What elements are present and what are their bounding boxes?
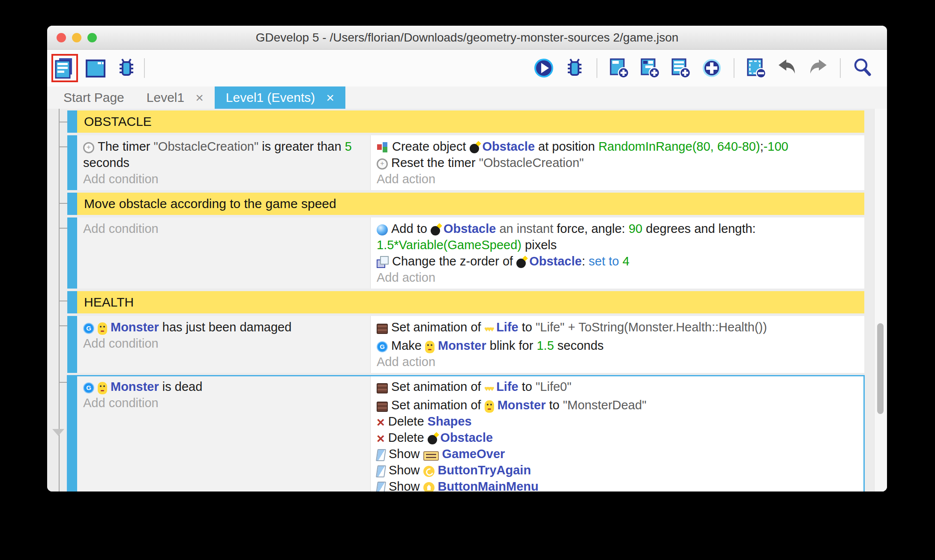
add-condition-button[interactable]: Add condition (83, 171, 364, 187)
add-action-button[interactable]: Add action (377, 354, 858, 370)
tab-close-icon[interactable]: × (326, 91, 334, 104)
text-segment: Life (496, 380, 518, 393)
debug-preview-icon[interactable] (561, 54, 588, 82)
action-line[interactable]: Show ButtonTryAgain (377, 462, 858, 478)
gdevelop-window: GDevelop 5 - /Users/florian/Downloads/ge… (47, 26, 887, 491)
tab-start-page[interactable]: Start Page (52, 86, 135, 109)
undo-icon[interactable] (774, 54, 800, 82)
text-segment: 1.5 (536, 339, 554, 352)
add-condition-button[interactable]: Add condition (83, 395, 364, 411)
action-line[interactable]: Set animation of Monster to "MonsterDead… (377, 397, 858, 413)
toolbar-separator (734, 58, 734, 78)
group-header[interactable]: OBSTACLE (77, 110, 864, 133)
zoom-window-button[interactable] (87, 33, 97, 42)
redo-icon[interactable] (805, 54, 831, 82)
tree-connector (59, 301, 68, 301)
search-icon[interactable] (849, 54, 876, 82)
event-drag-handle[interactable] (67, 193, 77, 215)
scrollbar-thumb[interactable] (877, 323, 884, 414)
title-bar: GDevelop 5 - /Users/florian/Downloads/ge… (47, 26, 887, 50)
action-line[interactable]: Set animation of Life to "Life" + ToStri… (377, 319, 858, 337)
condition-line[interactable]: Monster has just been damaged (83, 319, 364, 335)
conditions-cell[interactable]: The timer "ObstacleCreation" is greater … (77, 135, 371, 190)
group-header[interactable]: Move obstacle according to the game spee… (77, 193, 864, 215)
move-obstacle-event: Add conditionAdd to Obstacle an instant … (67, 217, 864, 289)
action-line[interactable]: Delete Obstacle (377, 429, 858, 446)
tree-connector (59, 122, 68, 122)
add-action-button[interactable]: Add action (377, 171, 858, 187)
event-drag-handle[interactable] (67, 135, 77, 190)
close-window-button[interactable] (57, 33, 66, 42)
conditions-cell[interactable]: Monster is deadAdd condition (77, 375, 371, 491)
group-header[interactable]: HEALTH (77, 291, 864, 313)
action-line[interactable]: Create object Obstacle at position Rando… (377, 138, 858, 155)
event-group-row: HEALTH (67, 291, 864, 313)
text-segment: to (518, 380, 536, 393)
minimize-window-button[interactable] (72, 33, 81, 42)
create-icon (377, 141, 389, 153)
add-event-icon[interactable] (606, 54, 632, 82)
action-line[interactable]: Show ButtonMainMenu (377, 478, 858, 491)
text-segment: Create object (392, 140, 470, 153)
collapse-arrow-icon[interactable] (52, 429, 64, 436)
event-drag-handle[interactable] (67, 217, 77, 289)
event-drag-handle[interactable] (67, 316, 77, 373)
action-line[interactable]: Add to Obstacle an instant force, angle:… (377, 220, 858, 253)
action-line[interactable]: Make Monster blink for 1.5 seconds (377, 337, 858, 354)
action-line[interactable]: Set animation of Life to "Life0" (377, 378, 858, 397)
actions-cell[interactable]: Set animation of Life to "Life0"Set anim… (371, 375, 864, 491)
tree-connector (59, 228, 68, 229)
monster-damaged-event: Monster has just been damagedAdd conditi… (67, 316, 864, 373)
event-drag-handle[interactable] (67, 110, 77, 133)
add-condition-button[interactable]: Add condition (83, 335, 364, 351)
action-line[interactable]: Show GameOver (377, 446, 858, 462)
tab-bar: Start PageLevel1×Level1 (Events)× (47, 86, 887, 109)
scene-editor-icon[interactable] (82, 54, 109, 82)
condition-line[interactable]: Monster is dead (83, 378, 364, 395)
action-line[interactable]: Delete Shapes (377, 413, 858, 429)
badge-icon (83, 323, 94, 334)
scrollbar-track[interactable] (874, 109, 887, 491)
text-segment: degrees and length: (642, 222, 755, 235)
text-segment: "Life0" (536, 380, 571, 393)
text-segment: 5 (345, 140, 352, 153)
text-segment: ButtonMainMenu (438, 480, 539, 491)
toolbar-separator (144, 58, 145, 78)
action-line[interactable]: Reset the timer "ObstacleCreation" (377, 155, 858, 171)
actions-cell[interactable]: Create object Obstacle at position Rando… (371, 135, 864, 190)
conditions-cell[interactable]: Add condition (77, 217, 371, 289)
tab-close-icon[interactable]: × (195, 91, 204, 104)
toolbar-separator (596, 58, 597, 78)
add-condition-button[interactable]: Add condition (83, 220, 364, 237)
conditions-cell[interactable]: Monster has just been damagedAdd conditi… (77, 316, 371, 373)
delete-icon (377, 433, 385, 444)
debugger-icon[interactable] (113, 54, 140, 82)
text-segment: Set animation of (391, 398, 485, 412)
action-line[interactable]: Change the z-order of Obstacle: set to 4 (377, 253, 858, 269)
add-new-icon[interactable] (698, 54, 725, 82)
bomb-icon (516, 259, 526, 268)
play-preview-icon[interactable] (530, 54, 557, 82)
tab-level1-events[interactable]: Level1 (Events)× (215, 86, 345, 109)
show-icon (376, 465, 386, 477)
bomb-icon (431, 226, 440, 235)
events-sheet-icon[interactable] (51, 54, 78, 82)
text-segment: Obstacle (529, 254, 582, 268)
timer-icon (377, 158, 388, 170)
remove-event-icon[interactable] (743, 54, 770, 82)
add-action-button[interactable]: Add action (377, 269, 858, 286)
text-segment: Shapes (428, 414, 472, 428)
event-drag-handle[interactable] (67, 375, 77, 491)
condition-line[interactable]: The timer "ObstacleCreation" is greater … (83, 138, 364, 171)
add-comment-icon[interactable] (668, 54, 694, 82)
text-segment: blink for (486, 339, 537, 352)
tree-connector (59, 203, 68, 204)
actions-cell[interactable]: Add to Obstacle an instant force, angle:… (371, 217, 864, 289)
event-drag-handle[interactable] (67, 291, 77, 313)
desktop-background: GDevelop 5 - /Users/florian/Downloads/ge… (0, 0, 935, 560)
badge-icon (83, 382, 94, 393)
add-subevent-icon[interactable] (637, 54, 663, 82)
show-icon (376, 449, 386, 461)
actions-cell[interactable]: Set animation of Life to "Life" + ToStri… (371, 316, 864, 373)
tab-level1[interactable]: Level1× (135, 86, 215, 109)
